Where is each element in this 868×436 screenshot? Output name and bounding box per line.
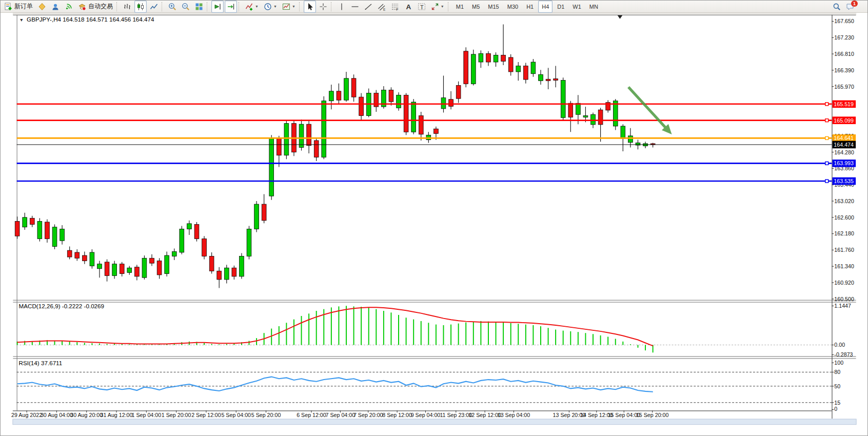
chevron-down-icon[interactable]: ▼ — [273, 5, 277, 8]
timeframe-d1-button[interactable]: D1 — [554, 1, 568, 13]
timeframe-mn-button[interactable]: MN — [586, 1, 602, 13]
timeframe-h1-button[interactable]: H1 — [523, 1, 537, 13]
candle-body — [194, 224, 199, 239]
channel-button[interactable]: E — [376, 1, 388, 13]
pivot-line-handle[interactable] — [825, 136, 828, 140]
toolbar-separator — [207, 2, 210, 11]
timeframe-m15-button[interactable]: M15 — [484, 1, 502, 13]
autotrading-button[interactable]: 自动交易 — [76, 1, 115, 13]
candle-body — [434, 129, 439, 133]
pivot-line-price-tag: 164.641 — [832, 134, 856, 142]
candle-body — [60, 229, 65, 241]
rsi-tick-label: 100 — [834, 360, 843, 366]
candle-body — [120, 264, 124, 274]
community-button[interactable] — [49, 1, 62, 13]
price-tick-label: 161.340 — [834, 263, 854, 269]
candle-body — [112, 264, 117, 276]
rsi-tick-label: 50 — [834, 383, 840, 389]
chevron-down-icon[interactable]: ▼ — [441, 5, 444, 8]
candle-body — [134, 267, 139, 276]
autotrading-icon — [78, 3, 86, 11]
chevron-down-icon[interactable]: ▼ — [292, 5, 295, 8]
cursor-button[interactable] — [304, 1, 316, 13]
crosshair-button[interactable] — [317, 1, 329, 13]
chevron-down-icon[interactable]: ▼ — [255, 5, 259, 8]
candle-body — [269, 138, 274, 196]
tile-windows-button[interactable] — [193, 1, 205, 13]
rsi-tick-label: 15 — [834, 400, 840, 406]
candle-body — [30, 218, 34, 224]
vertical-line-button[interactable] — [336, 1, 348, 13]
candle-body — [209, 256, 214, 271]
candle-body — [441, 98, 446, 109]
candle-body — [37, 221, 42, 239]
auto-scroll-button[interactable] — [211, 1, 224, 13]
time-tick-label: 15 Sep 04:00 — [608, 412, 641, 418]
candlestick-button[interactable] — [134, 1, 147, 13]
arrows-button[interactable]: ▼ — [429, 1, 446, 13]
price-tick-label: 162.600 — [834, 214, 854, 221]
price-tick-label: 167.230 — [834, 34, 854, 41]
svg-text:E: E — [383, 7, 386, 11]
channel-icon: E — [378, 3, 386, 11]
periods-button[interactable]: ▼ — [262, 1, 279, 13]
timeframe-h4-button[interactable]: H4 — [538, 1, 553, 13]
time-tick-label: 7 Sep 04:00 — [326, 412, 356, 418]
candle-body — [142, 258, 147, 278]
svg-text:163.993: 163.993 — [834, 160, 854, 166]
time-tick-label: 12 Sep 12:00 — [468, 412, 501, 418]
candle-body — [351, 78, 356, 97]
zoom-out-button[interactable] — [180, 1, 192, 13]
timeframe-m1-button[interactable]: M1 — [452, 1, 467, 13]
chart-shift-button[interactable] — [225, 1, 237, 13]
candle-body — [501, 55, 506, 61]
chart-window[interactable]: 167.650167.230166.810166.390165.970164.7… — [1, 13, 868, 436]
candle-body — [486, 53, 491, 62]
rsi-indicator-label: RSI(14) 37.6711 — [19, 360, 63, 366]
label-button[interactable]: T — [416, 1, 428, 13]
templates-button[interactable]: ▼ — [280, 1, 298, 13]
time-tick-label: 13 Sep 04:00 — [498, 412, 530, 418]
time-tick-label: 31 Aug 12:00 — [101, 412, 133, 418]
bar-chart-button[interactable] — [121, 1, 133, 13]
resistance-line-2-handle[interactable] — [825, 119, 828, 122]
signals-button[interactable] — [63, 1, 75, 13]
new-order-button[interactable]: 新订单 — [2, 1, 35, 13]
support-line-2-handle[interactable] — [825, 180, 828, 183]
line-chart-button[interactable] — [148, 1, 160, 13]
resistance-line-1-handle[interactable] — [825, 103, 828, 106]
time-tick-label: 5 Sep 20:00 — [251, 412, 281, 418]
candle-body — [277, 138, 281, 155]
text-button[interactable]: A — [402, 1, 415, 13]
time-axis[interactable]: 29 Aug 202230 Aug 04:0030 Aug 20:0031 Au… — [11, 410, 668, 418]
trendline-button[interactable] — [362, 1, 374, 13]
metaeditor-icon — [38, 3, 46, 11]
timeframe-w1-button[interactable]: W1 — [569, 1, 585, 13]
metaeditor-button[interactable] — [36, 1, 48, 13]
support-line-1-price-tag: 163.993 — [832, 160, 856, 167]
chat-badge: 1 — [851, 1, 858, 7]
chat-button[interactable]: 1 — [844, 1, 863, 13]
timeframe-m5-button[interactable]: M5 — [468, 1, 483, 13]
time-tick-label: 30 Aug 04:00 — [41, 412, 73, 418]
price-chart-plot[interactable] — [17, 15, 832, 300]
macd-tick-label: 0.00 — [834, 342, 845, 348]
candle-body — [523, 66, 528, 80]
auto-scroll-icon — [213, 3, 222, 11]
indicators-icon — [245, 3, 253, 11]
svg-text:F: F — [396, 7, 398, 11]
chevron-down-icon[interactable]: ▼ — [19, 17, 24, 23]
support-line-1-handle[interactable] — [825, 162, 828, 165]
candle-body — [464, 51, 468, 84]
zoom-in-button[interactable] — [166, 1, 179, 13]
candle-body — [404, 95, 408, 132]
clock-icon — [264, 3, 272, 11]
search-button[interactable] — [831, 1, 843, 13]
horizontal-line-button[interactable] — [349, 1, 361, 13]
timeframe-m30-button[interactable]: M30 — [504, 1, 522, 13]
indicators-button[interactable]: ▼ — [243, 1, 261, 13]
fibonacci-button[interactable]: F — [389, 1, 401, 13]
zoom-out-icon — [182, 3, 190, 11]
candlestick-icon — [136, 3, 145, 11]
candle-body — [262, 204, 266, 221]
